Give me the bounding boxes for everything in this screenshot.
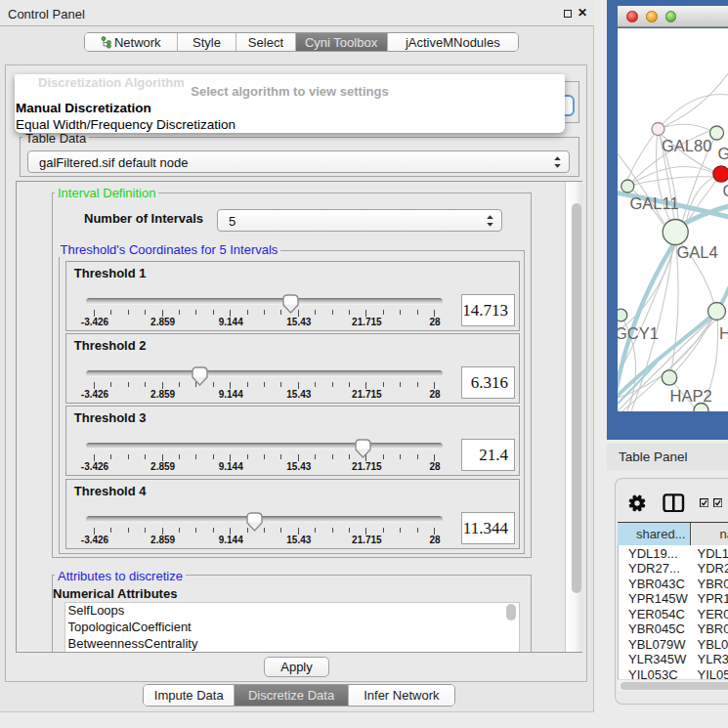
- svg-text:GAL11: GAL11: [629, 194, 678, 212]
- svg-text:GCY1: GCY1: [618, 323, 659, 341]
- svg-text:HAP2: HAP2: [669, 386, 711, 404]
- svg-text:GAL80: GAL80: [662, 136, 711, 153]
- svg-text:C: C: [722, 182, 728, 199]
- svg-text:H: H: [719, 323, 728, 341]
- svg-text:GA: GA: [717, 145, 728, 162]
- svg-text:GAL4: GAL4: [676, 242, 717, 260]
